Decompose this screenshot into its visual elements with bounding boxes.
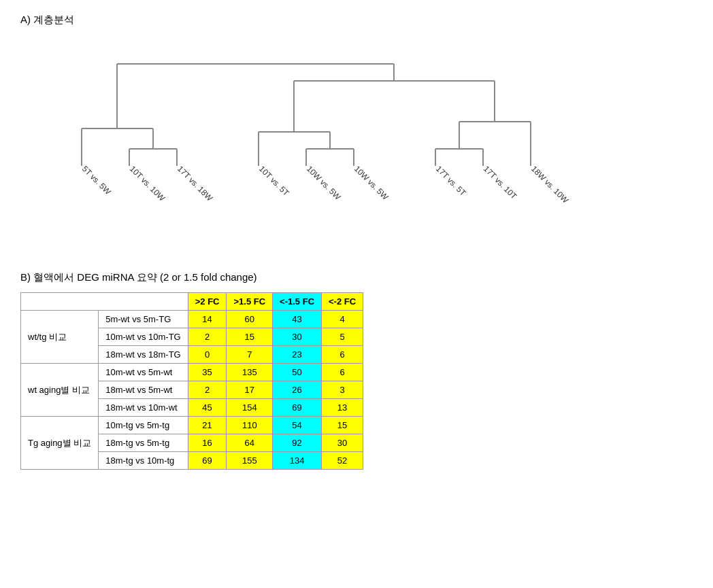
cell-lt2: 4	[322, 311, 363, 328]
group-label: wt aging별 비교	[21, 364, 99, 417]
cell-gt2: 14	[188, 311, 227, 328]
section-a-label: A) 계층분석	[20, 14, 693, 27]
cell-gt2: 69	[188, 452, 227, 470]
cell-lt15: 23	[273, 346, 322, 364]
dendrogram: 5T vs. 5W 10T vs. 10W 17T vs. 18W 10T vs…	[20, 33, 693, 251]
empty-header	[21, 293, 188, 311]
comparison-label: 18m-tg vs 5m-tg	[99, 434, 188, 452]
cell-gt15: 110	[227, 417, 273, 434]
comparison-label: 18m-wt vs 5m-wt	[99, 381, 188, 399]
cell-lt2: 15	[322, 417, 363, 434]
cell-gt2: 2	[188, 381, 227, 399]
cell-lt15: 50	[273, 364, 322, 381]
cell-gt2: 45	[188, 399, 227, 417]
cell-lt2: 6	[322, 346, 363, 364]
group-label: wt/tg 비교	[21, 311, 99, 364]
comparison-label: 10m-tg vs 5m-tg	[99, 417, 188, 434]
cell-lt15: 92	[273, 434, 322, 452]
comparison-label: 5m-wt vs 5m-TG	[99, 311, 188, 328]
cell-gt2: 0	[188, 346, 227, 364]
cell-lt15: 54	[273, 417, 322, 434]
cell-gt15: 64	[227, 434, 273, 452]
cell-lt15: 43	[273, 311, 322, 328]
cell-gt15: 7	[227, 346, 273, 364]
cell-gt15: 17	[227, 381, 273, 399]
svg-text:17T vs. 18W: 17T vs. 18W	[176, 164, 215, 203]
comparison-label: 10m-wt vs 5m-wt	[99, 364, 188, 381]
cell-lt15: 134	[273, 452, 322, 470]
cell-lt15: 69	[273, 399, 322, 417]
cell-lt15: 30	[273, 328, 322, 346]
col-header-lt2: <-2 FC	[322, 293, 363, 311]
cell-lt15: 26	[273, 381, 322, 399]
cell-gt15: 154	[227, 399, 273, 417]
section-b-label: B) 혈액에서 DEG miRNA 요약 (2 or 1.5 fold chan…	[20, 271, 693, 284]
comparison-label: 10m-wt vs 10m-TG	[99, 328, 188, 346]
summary-table: >2 FC >1.5 FC <-1.5 FC <-2 FC wt/tg 비교5m…	[20, 292, 363, 470]
svg-text:10T vs. 10W: 10T vs. 10W	[128, 164, 167, 203]
cell-gt15: 60	[227, 311, 273, 328]
cell-gt2: 21	[188, 417, 227, 434]
cell-lt2: 6	[322, 364, 363, 381]
cell-lt2: 5	[322, 328, 363, 346]
group-label: Tg aging별 비교	[21, 417, 99, 470]
col-header-gt15: >1.5 FC	[227, 293, 273, 311]
cell-gt15: 15	[227, 328, 273, 346]
svg-text:10W vs. 5W: 10W vs. 5W	[305, 164, 343, 202]
cell-gt2: 16	[188, 434, 227, 452]
cell-gt2: 2	[188, 328, 227, 346]
svg-text:17T vs. 10T: 17T vs. 10T	[482, 164, 519, 201]
comparison-label: 18m-tg vs 10m-tg	[99, 452, 188, 470]
cell-gt2: 35	[188, 364, 227, 381]
cell-gt15: 135	[227, 364, 273, 381]
cell-lt2: 30	[322, 434, 363, 452]
section-b: B) 혈액에서 DEG miRNA 요약 (2 or 1.5 fold chan…	[20, 271, 693, 470]
svg-text:18W vs. 10W: 18W vs. 10W	[529, 164, 571, 205]
svg-text:10W vs. 5W: 10W vs. 5W	[352, 164, 391, 202]
comparison-label: 18m-wt vs 18m-TG	[99, 346, 188, 364]
svg-text:10T vs. 5T: 10T vs. 5T	[257, 164, 291, 198]
cell-lt2: 52	[322, 452, 363, 470]
col-header-lt15: <-1.5 FC	[273, 293, 322, 311]
svg-text:5T vs. 5W: 5T vs. 5W	[80, 164, 113, 196]
comparison-label: 18m-wt vs 10m-wt	[99, 399, 188, 417]
cell-lt2: 3	[322, 381, 363, 399]
cell-lt2: 13	[322, 399, 363, 417]
col-header-gt2: >2 FC	[188, 293, 227, 311]
cell-gt15: 155	[227, 452, 273, 470]
svg-text:17T vs. 5T: 17T vs. 5T	[434, 164, 468, 198]
